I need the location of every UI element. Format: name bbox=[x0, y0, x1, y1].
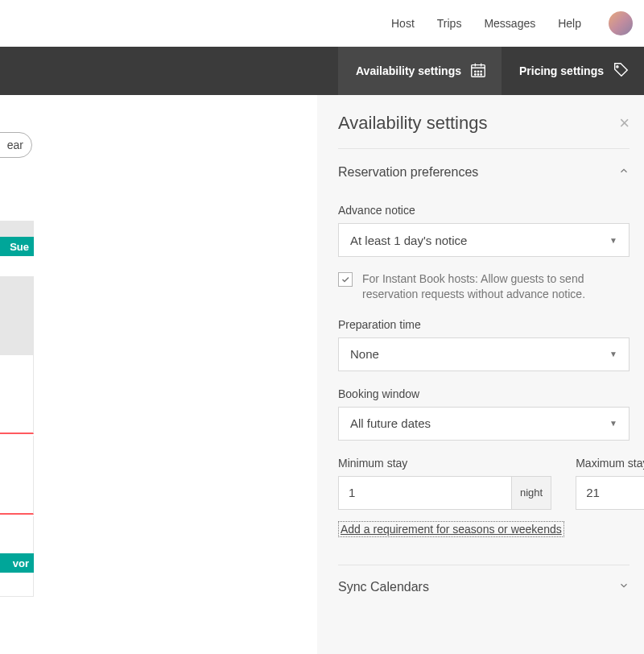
instant-book-checkbox[interactable] bbox=[338, 272, 353, 287]
booking-window-label: Booking window bbox=[338, 387, 630, 400]
tab-pricing-settings[interactable]: Pricing settings bbox=[502, 47, 644, 95]
svg-point-7 bbox=[617, 65, 618, 67]
preparation-time-select[interactable]: None ▼ bbox=[338, 337, 630, 371]
section-title: Sync Calendars bbox=[338, 580, 429, 594]
close-icon[interactable]: × bbox=[619, 114, 630, 132]
svg-point-1 bbox=[475, 71, 476, 72]
booking-window-select[interactable]: All future dates ▼ bbox=[338, 407, 630, 441]
minimum-stay-col: Minimum stay night bbox=[338, 457, 551, 510]
instant-book-text: For Instant Book hosts: Allow guests to … bbox=[362, 271, 630, 302]
section-reservation-preferences[interactable]: Reservation preferences bbox=[338, 149, 630, 192]
top-nav: Host Trips Messages Help bbox=[0, 0, 644, 47]
svg-point-2 bbox=[477, 71, 478, 72]
svg-point-5 bbox=[477, 73, 478, 74]
panel-title: Availability settings bbox=[338, 113, 487, 134]
price-tag-icon bbox=[612, 61, 630, 81]
add-requirement-link[interactable]: Add a requirement for seasons or weekend… bbox=[338, 521, 564, 537]
settings-tabs: Availability settings Pricing settings bbox=[0, 47, 644, 95]
reservation-tag[interactable]: Sue bbox=[0, 237, 34, 256]
calendar-cell bbox=[0, 355, 34, 434]
nav-help[interactable]: Help bbox=[558, 17, 581, 30]
advance-notice-label: Advance notice bbox=[338, 204, 630, 217]
calendar-left-fragment: ear Sue vor bbox=[0, 95, 40, 654]
reservation-tag[interactable]: vor bbox=[0, 553, 34, 573]
availability-settings-panel: Availability settings × Reservation pref… bbox=[317, 95, 644, 654]
chevron-down-icon: ▼ bbox=[609, 236, 617, 245]
minimum-stay-field: night bbox=[338, 476, 551, 510]
svg-point-4 bbox=[475, 73, 476, 74]
section-title: Reservation preferences bbox=[338, 165, 478, 180]
chevron-down-icon bbox=[618, 580, 630, 594]
chevron-down-icon: ▼ bbox=[609, 350, 617, 358]
maximum-stay-col: Maximum stay nights bbox=[576, 457, 644, 510]
maximum-stay-input[interactable] bbox=[576, 477, 644, 509]
maximum-stay-label: Maximum stay bbox=[576, 457, 644, 470]
select-value: None bbox=[350, 347, 379, 361]
stay-row: Minimum stay night Maximum stay nights bbox=[338, 457, 630, 510]
chevron-up-icon bbox=[618, 165, 630, 180]
calendar-icon bbox=[469, 61, 487, 81]
select-value: All future dates bbox=[350, 416, 431, 430]
calendar-cell bbox=[0, 221, 34, 237]
chevron-down-icon: ▼ bbox=[609, 419, 617, 428]
minimum-stay-input[interactable] bbox=[339, 477, 511, 509]
minimum-stay-unit: night bbox=[511, 477, 551, 509]
tab-label: Availability settings bbox=[356, 64, 461, 77]
instant-book-row: For Instant Book hosts: Allow guests to … bbox=[338, 271, 630, 302]
panel-header: Availability settings × bbox=[338, 113, 630, 149]
filter-pill[interactable]: ear bbox=[0, 132, 32, 158]
svg-point-6 bbox=[481, 73, 481, 74]
svg-point-3 bbox=[481, 71, 481, 72]
section-sync-calendars[interactable]: Sync Calendars bbox=[338, 565, 630, 609]
nav-trips[interactable]: Trips bbox=[437, 17, 462, 30]
advance-notice-select[interactable]: At least 1 day's notice ▼ bbox=[338, 223, 630, 257]
minimum-stay-label: Minimum stay bbox=[338, 457, 551, 470]
nav-messages[interactable]: Messages bbox=[484, 17, 535, 30]
preparation-time-label: Preparation time bbox=[338, 318, 630, 331]
tab-label: Pricing settings bbox=[519, 64, 604, 77]
select-value: At least 1 day's notice bbox=[350, 234, 467, 247]
avatar[interactable] bbox=[609, 11, 633, 35]
nav-host[interactable]: Host bbox=[391, 17, 415, 30]
tab-availability-settings[interactable]: Availability settings bbox=[338, 47, 502, 95]
maximum-stay-field: nights bbox=[576, 476, 644, 510]
calendar-cell bbox=[0, 276, 34, 355]
calendar-cell bbox=[0, 436, 34, 515]
